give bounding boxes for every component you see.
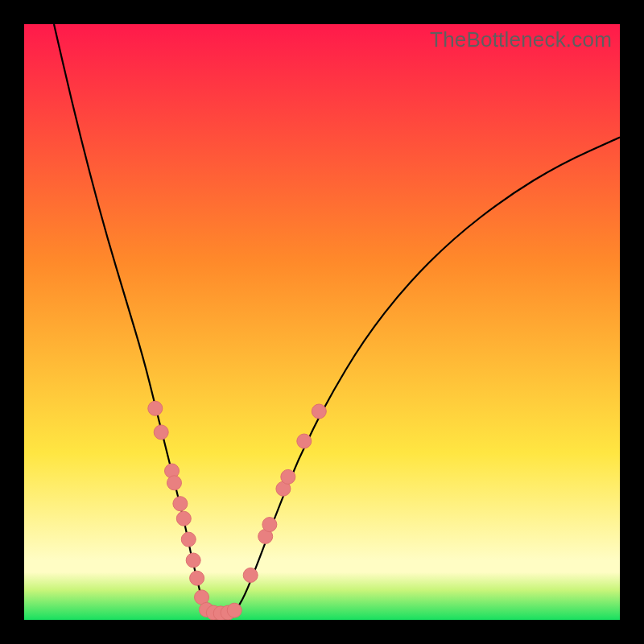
watermark-text: TheBottleneck.com [430, 27, 612, 52]
data-marker [167, 476, 181, 490]
data-marker [154, 425, 168, 440]
plot-area: TheBottleneck.com [24, 24, 620, 620]
data-marker [243, 568, 258, 583]
data-marker [148, 401, 163, 415]
data-marker [173, 497, 188, 511]
data-marker [181, 532, 196, 547]
data-marker [190, 571, 204, 585]
data-marker [227, 603, 242, 617]
data-marker [186, 553, 200, 568]
bottleneck-curve [54, 24, 620, 614]
data-marker [281, 469, 295, 484]
data-marker [312, 404, 326, 419]
data-marker [176, 511, 191, 526]
data-marker [297, 434, 312, 448]
curve-layer [24, 24, 620, 620]
data-marker [262, 518, 277, 532]
outer-frame: TheBottleneck.com [0, 0, 644, 644]
